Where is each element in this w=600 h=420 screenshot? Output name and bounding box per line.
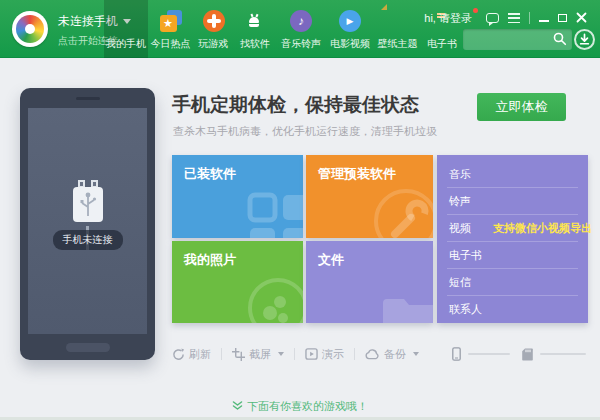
bottom-toolbar: 刷新 截屏 演示 备份 [172, 344, 586, 364]
divider [354, 348, 355, 360]
phone-screen: 手机未连接 [28, 108, 147, 334]
search-icon[interactable] [553, 32, 567, 46]
gamepad-icon [203, 10, 225, 32]
sd-card-storage-icon [522, 348, 533, 361]
tab-my-phone[interactable]: 我的手机 [104, 0, 148, 58]
side-item-ebooks[interactable]: 电子书 [447, 242, 578, 269]
app-logo[interactable] [12, 11, 48, 47]
photos-icon [245, 275, 303, 323]
notification-dot [473, 8, 478, 13]
phone-storage-bar [468, 353, 510, 355]
divider [529, 12, 530, 24]
divider [221, 348, 222, 360]
login-link[interactable]: hi, 请登录 [424, 11, 477, 26]
header: 未连接手机 点击开始连接 我的手机 ★ 今日热点 玩游戏 [0, 0, 600, 58]
menu-icon[interactable] [508, 13, 520, 23]
sd-storage-bar [540, 353, 586, 355]
main-nav: 我的手机 ★ 今日热点 玩游戏 找软件 ♪ 音乐铃声 [104, 0, 463, 58]
phone-status-badge: 手机未连接 [53, 230, 123, 250]
side-item-sms[interactable]: 短信 [447, 269, 578, 296]
wallpaper-icon [387, 10, 409, 32]
android-icon [244, 10, 266, 32]
games-banner[interactable]: 下面有你喜欢的游戏哦！ [0, 399, 600, 414]
search-box [463, 29, 572, 50]
page-subtitle: 查杀木马手机病毒，优化手机运行速度，清理手机垃圾 [173, 124, 437, 139]
play-demo-icon [305, 348, 318, 360]
refresh-icon [172, 348, 185, 361]
tile-my-photos[interactable]: 我的照片 [172, 241, 303, 323]
tile-preinstalled-apps[interactable]: 管理预装软件 [306, 155, 433, 238]
tab-games[interactable]: 玩游戏 [193, 0, 234, 58]
tab-wallpaper-themes[interactable]: 壁纸主题 [374, 0, 421, 58]
crop-icon [232, 348, 245, 361]
divider [294, 348, 295, 360]
tab-movies-videos[interactable]: ▶ 电影视频 [326, 0, 374, 58]
download-icon [576, 31, 593, 48]
cloud-icon [365, 349, 380, 360]
window-controls: hi, 请登录 [424, 9, 587, 27]
storage-gauges [452, 347, 586, 361]
feedback-icon[interactable] [486, 13, 499, 23]
backup-button[interactable]: 备份 [365, 347, 419, 362]
download-manager-button[interactable] [574, 29, 595, 50]
minimize-button[interactable] [539, 20, 549, 22]
phone-home-button [66, 343, 110, 352]
wrench-icon [371, 186, 433, 238]
close-button[interactable] [576, 9, 587, 27]
pinwheel-logo-icon [16, 15, 44, 43]
feature-tiles: 已装软件 管理预装软件 我的照片 [172, 155, 588, 323]
screenshot-button[interactable]: 截屏 [232, 347, 284, 362]
chevron-down-icon [413, 352, 419, 356]
phone-illustration: 手机未连接 [20, 88, 155, 360]
page-title: 手机定期体检，保持最佳状态 [172, 92, 419, 118]
side-item-videos[interactable]: 视频支持微信小视频导出 [447, 215, 578, 242]
tile-installed-apps[interactable]: 已装软件 [172, 155, 303, 238]
side-item-contacts[interactable]: 联系人 [447, 296, 578, 323]
side-item-music[interactable]: 音乐 [447, 161, 578, 188]
phone-speaker [76, 97, 100, 100]
tile-files[interactable]: 文件 [306, 241, 433, 323]
side-item-ringtones[interactable]: 铃声 [447, 188, 578, 215]
folder-icon [381, 289, 433, 323]
star-icon: ★ [160, 10, 182, 32]
double-chevron-down-icon [232, 401, 243, 411]
tablet-icon [115, 10, 137, 32]
app-grid-icon [247, 192, 303, 238]
tab-music-ringtones[interactable]: ♪ 音乐铃声 [276, 0, 326, 58]
tab-today-hot[interactable]: ★ 今日热点 [148, 0, 193, 58]
demo-button[interactable]: 演示 [305, 347, 344, 362]
app-window: 未连接手机 点击开始连接 我的手机 ★ 今日热点 玩游戏 [0, 0, 600, 420]
chevron-down-icon [278, 352, 284, 356]
refresh-button[interactable]: 刷新 [172, 347, 211, 362]
tab-apps[interactable]: 找软件 [234, 0, 276, 58]
phone-storage-icon [452, 347, 461, 361]
play-icon: ▶ [339, 10, 361, 32]
health-check-button[interactable]: 立即体检 [477, 93, 566, 121]
wechat-video-note: 支持微信小视频导出 [493, 222, 592, 234]
content-side-panel: 音乐 铃声 视频支持微信小视频导出 电子书 短信 联系人 [437, 155, 588, 323]
maximize-button[interactable] [558, 14, 567, 22]
music-note-icon: ♪ [290, 10, 312, 32]
